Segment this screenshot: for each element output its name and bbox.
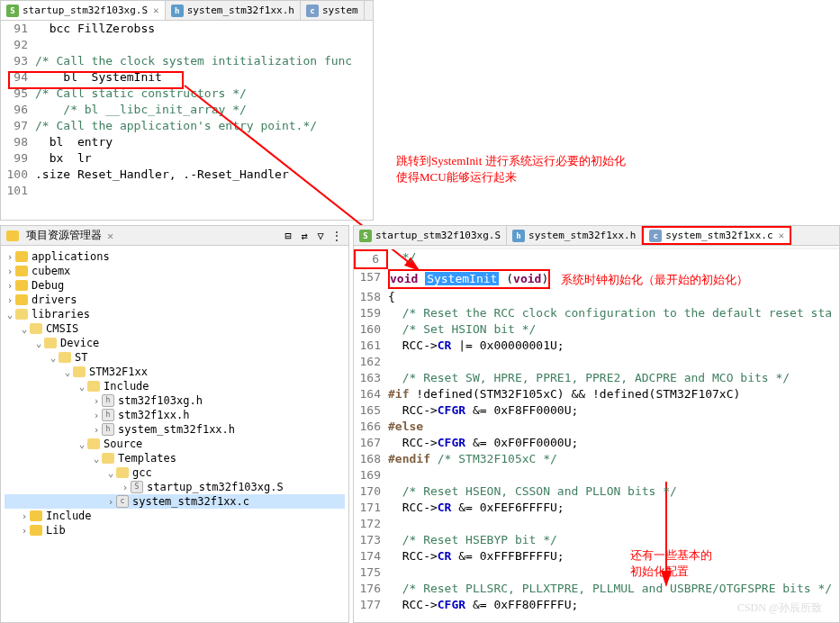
editor-tab[interactable]: csystem_stm32f1xx.c✕: [642, 226, 791, 245]
tree-item[interactable]: ›csystem_stm32f1xx.c: [5, 494, 345, 509]
code-line[interactable]: 164#if !defined(STM32F105xC) && !defined…: [354, 386, 839, 402]
editor-tab[interactable]: hsystem_stm32f1xx.h: [507, 226, 642, 245]
code-line[interactable]: 158{: [354, 289, 839, 305]
tree-item-label: Device: [60, 337, 99, 349]
expand-toggle[interactable]: ⌄: [105, 467, 116, 479]
project-explorer-panel: 项目资源管理器 ✕ ⊟ ⇄ ▽ ⋮ ›applications›cubemx›D…: [0, 225, 349, 623]
editor-tab[interactable]: Sstartup_stm32f103xg.S: [354, 226, 507, 245]
code-line[interactable]: 6 */: [354, 249, 839, 269]
code-line[interactable]: 163 /* Reset SW, HPRE, PPRE1, PPRE2, ADC…: [354, 370, 839, 386]
code-line[interactable]: 167 RCC->CFGR &= 0xF0FF0000U;: [354, 435, 839, 451]
expand-toggle[interactable]: ›: [91, 424, 102, 436]
expand-toggle[interactable]: ⌄: [91, 453, 102, 465]
code-line[interactable]: 172: [354, 516, 839, 532]
collapse-all-icon[interactable]: ⊟: [282, 230, 294, 242]
code-line[interactable]: 91 bcc FillZerobss: [1, 21, 373, 37]
code-line[interactable]: 98 bl entry: [1, 134, 373, 150]
expand-toggle[interactable]: ›: [5, 251, 15, 263]
tree-item[interactable]: ›Debug: [5, 278, 345, 293]
line-content: bcc FillZerobss: [35, 21, 373, 37]
expand-toggle[interactable]: ⌄: [33, 338, 44, 349]
code-line[interactable]: 92: [1, 37, 373, 53]
expand-toggle[interactable]: ›: [120, 482, 131, 493]
expand-toggle[interactable]: ⌄: [19, 323, 30, 335]
line-number: 157: [354, 269, 388, 289]
editor-tab[interactable]: csystem: [301, 1, 365, 20]
code-line[interactable]: 100.size Reset_Handler, .-Reset_Handler: [1, 167, 373, 183]
line-content: RCC->CR |= 0x00000001U;: [388, 338, 839, 354]
code-line[interactable]: 169: [354, 467, 839, 483]
view-menu-icon[interactable]: ⋮: [330, 230, 343, 242]
tree-item[interactable]: ⌄CMSIS: [5, 321, 345, 336]
expand-toggle[interactable]: ›: [91, 410, 102, 421]
code-line[interactable]: 168#endif /* STM32F105xC */: [354, 451, 839, 467]
tree-item[interactable]: ⌄Templates: [5, 451, 345, 465]
bottom-editor[interactable]: 6 */157void SystemInit (void)158{159 /* …: [354, 249, 839, 613]
close-icon[interactable]: ✕: [153, 5, 159, 16]
filter-icon[interactable]: ▽: [314, 230, 327, 242]
tree-item[interactable]: ›Include: [5, 509, 345, 523]
tree-item[interactable]: ›drivers: [5, 293, 345, 307]
code-line[interactable]: 101: [1, 183, 373, 199]
code-line[interactable]: 175: [354, 564, 839, 581]
code-line[interactable]: 173 /* Reset HSEBYP bit */: [354, 532, 839, 548]
tree-item[interactable]: ›hstm32f103xg.h: [5, 393, 345, 408]
expand-toggle[interactable]: ›: [19, 510, 30, 522]
code-line[interactable]: 160 /* Set HSION bit */: [354, 321, 839, 338]
editor-tab[interactable]: Sstartup_stm32f103xg.S✕: [1, 1, 166, 20]
code-line[interactable]: 174 RCC->CR &= 0xFFFBFFFFU;: [354, 548, 839, 564]
expand-toggle[interactable]: ›: [5, 280, 15, 292]
code-line[interactable]: 97/* Call the application's entry point.…: [1, 118, 373, 134]
tree-item-label: Source: [104, 438, 142, 450]
expand-toggle[interactable]: ⌄: [5, 309, 15, 321]
expand-toggle[interactable]: ⌄: [77, 438, 87, 450]
link-editor-icon[interactable]: ⇄: [298, 230, 311, 242]
line-number: 173: [354, 532, 388, 548]
tree-item[interactable]: ⌄Source: [5, 437, 345, 451]
code-line[interactable]: 162: [354, 354, 839, 370]
code-line[interactable]: 159 /* Reset the RCC clock configuration…: [354, 305, 839, 321]
expand-toggle[interactable]: ⌄: [77, 381, 87, 393]
tree-item[interactable]: ⌄ST: [5, 350, 345, 365]
top-editor[interactable]: 91 bcc FillZerobss9293/* Call the clock …: [1, 21, 373, 199]
tree-item[interactable]: ›applications: [5, 249, 345, 264]
tree-item[interactable]: ›hsystem_stm32f1xx.h: [5, 422, 345, 437]
tree-item[interactable]: ›hstm32f1xx.h: [5, 408, 345, 422]
close-icon[interactable]: ✕: [107, 230, 113, 242]
line-number: 174: [354, 548, 388, 564]
expand-toggle[interactable]: ›: [5, 294, 15, 306]
code-line[interactable]: 171 RCC->CR &= 0xFEF6FFFFU;: [354, 500, 839, 516]
close-icon[interactable]: ✕: [779, 230, 785, 241]
code-line[interactable]: 99 bx lr: [1, 150, 373, 167]
tree-item[interactable]: ⌄Device: [5, 336, 345, 350]
code-line[interactable]: 170 /* Reset HSEON, CSSON and PLLON bits…: [354, 483, 839, 500]
expand-toggle[interactable]: ›: [5, 266, 15, 277]
file-tree[interactable]: ›applications›cubemx›Debug›drivers⌄libra…: [1, 246, 348, 541]
expand-toggle[interactable]: ›: [19, 525, 30, 537]
tab-label: startup_stm32f103xg.S: [375, 230, 501, 241]
tree-item[interactable]: ⌄gcc: [5, 465, 345, 480]
line-number: 169: [354, 467, 388, 483]
expand-toggle[interactable]: ⌄: [48, 352, 59, 364]
expand-toggle[interactable]: ›: [105, 496, 116, 508]
tree-item[interactable]: ⌄Include: [5, 379, 345, 393]
tree-item[interactable]: ⌄libraries: [5, 307, 345, 321]
expand-toggle[interactable]: ›: [91, 395, 102, 407]
folder-icon: [30, 323, 42, 334]
tree-item[interactable]: ›Lib: [5, 523, 345, 537]
code-line[interactable]: 96 /* bl __libc_init_array */: [1, 102, 373, 118]
code-line[interactable]: 165 RCC->CFGR &= 0xF8FF0000U;: [354, 402, 839, 419]
code-line[interactable]: 161 RCC->CR |= 0x00000001U;: [354, 338, 839, 354]
code-line[interactable]: 176 /* Reset PLLSRC, PLLXTPRE, PLLMUL an…: [354, 581, 839, 597]
file-type-icon: S: [6, 5, 19, 17]
code-line[interactable]: 157void SystemInit (void): [354, 269, 839, 289]
code-line[interactable]: 166#else: [354, 419, 839, 435]
tree-item-label: stm32f1xx.h: [118, 409, 189, 421]
tree-item[interactable]: ›Sstartup_stm32f103xg.S: [5, 480, 345, 494]
line-number: 168: [354, 451, 388, 467]
code-line[interactable]: 93/* Call the clock system intitializati…: [1, 53, 373, 69]
expand-toggle[interactable]: ⌄: [62, 366, 73, 378]
tree-item[interactable]: ›cubemx: [5, 264, 345, 278]
tree-item[interactable]: ⌄STM32F1xx: [5, 365, 345, 379]
editor-tab[interactable]: hsystem_stm32f1xx.h: [166, 1, 301, 20]
